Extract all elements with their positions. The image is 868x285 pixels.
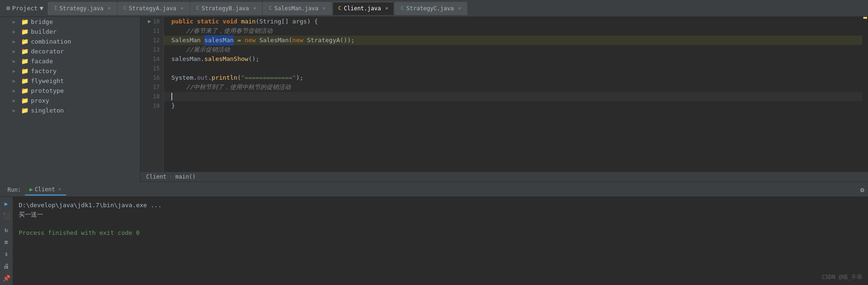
bottom-tab-client[interactable]: ▶ Client × (25, 184, 66, 195)
tab-strategyC-close[interactable]: × (458, 5, 461, 11)
console-output: D:\develop\java\jdk1.7\bin\java.exe ... … (13, 197, 868, 285)
line-num-18: 18 (142, 92, 160, 101)
kw-new2: new (292, 36, 303, 45)
code-line-12: SalesMan salesMan = new SalesMan(new Str… (164, 36, 862, 45)
gear-icon[interactable]: ⚙ (861, 186, 864, 194)
line-num-12: 12 (142, 36, 160, 45)
sidebar-item-label: factory (31, 68, 57, 75)
kw-void: void (223, 17, 237, 26)
method-main: main (241, 17, 256, 26)
kw-public: public (171, 17, 193, 26)
sidebar-item-proxy[interactable]: ▶ 📁 proxy (0, 96, 140, 105)
arrow-icon: ▶ (9, 59, 19, 64)
breadcrumb-main[interactable]: main() (176, 173, 196, 180)
code-line-14: salesMan.salesManShow(); (164, 54, 862, 64)
sidebar-item-label: prototype (31, 87, 64, 94)
bottom-content: ▶ ⬛ ↻ ≡ ⇕ 🖨 📌 D:\develop\java\jdk1.7\bin… (0, 197, 868, 285)
tab-strategyA[interactable]: C StrategyA.java × (118, 2, 190, 15)
folder-icon: 📁 (21, 18, 29, 25)
bottom-tab-label: Client (35, 186, 55, 193)
bottom-toolbar: ▶ ⬛ ↻ ≡ ⇕ 🖨 📌 (0, 197, 13, 285)
tab-salesman-label: SalesMan.java (274, 5, 318, 12)
tab-client[interactable]: C Client.java × (332, 2, 395, 15)
sidebar-item-factory[interactable]: ▶ 📁 factory (0, 66, 140, 76)
breadcrumb-client[interactable]: Client (146, 173, 166, 180)
sidebar-item-bridge[interactable]: ▶ 📁 bridge (0, 17, 140, 27)
tab-strategyB[interactable]: C StrategyB.java × (190, 2, 262, 15)
cls-strategyA: StrategyA (307, 36, 340, 45)
app-container: ⊞ Project ▼ I Strategy.java × C Strategy… (0, 0, 868, 285)
play-tool-btn[interactable]: ▶ (1, 199, 12, 209)
project-grid-icon: ⊞ (7, 5, 10, 12)
sidebar-item-label: singleton (31, 107, 64, 114)
tab-strategyC[interactable]: C StrategyC.java × (395, 2, 467, 15)
breadcrumb: Client › main() (140, 172, 868, 182)
tab-client-close[interactable]: × (385, 5, 389, 11)
sidebar-item-decorator[interactable]: ▶ 📁 decorator (0, 46, 140, 56)
cursor-18 (171, 93, 176, 100)
tab-strategyB-close[interactable]: × (253, 5, 257, 11)
filter-tool-btn[interactable]: ⇕ (1, 249, 12, 259)
project-button[interactable]: ⊞ Project ▼ (2, 2, 48, 15)
closing-brace: } (171, 101, 175, 111)
code-line-13: //展示促销活动 (164, 45, 862, 54)
folder-icon: 📁 (21, 48, 29, 55)
console-line-2: 买一送一 (19, 210, 862, 219)
arrow-icon: ▶ (9, 108, 19, 113)
str-equals: "=============" (241, 73, 296, 82)
line-num-15: 15 (142, 64, 160, 73)
tab-strategyA-close[interactable]: × (180, 5, 184, 11)
tab-strategyB-label: StrategyB.java (202, 5, 249, 12)
tab-salesman[interactable]: C SalesMan.java × (263, 2, 331, 15)
tab-salesman-close[interactable]: × (323, 5, 326, 11)
tab-strategyA-label: StrategyA.java (129, 5, 176, 12)
sidebar-item-label: combination (31, 38, 71, 45)
line-num-14: 14 (142, 54, 160, 64)
code-area: ▶ 10 11 12 13 14 15 16 17 18 19 (140, 17, 868, 182)
arrow-icon: ▶ (9, 68, 19, 74)
project-arrow-icon: ▼ (40, 5, 44, 12)
editor-wrapper: ▶ 10 11 12 13 14 15 16 17 18 19 (140, 17, 868, 172)
bottom-tab-close[interactable]: × (59, 187, 61, 192)
bottom-panel: Run: ▶ Client × ⚙ ▶ ⬛ ↻ ≡ ⇕ 🖨 📌 D:\devel… (0, 182, 868, 285)
run-button[interactable]: ▶ (148, 17, 151, 26)
gutter-mark-top (863, 17, 867, 19)
system-out: System. (171, 73, 197, 82)
line-num-17: 17 (142, 82, 160, 92)
arrow-icon: ▶ (9, 49, 19, 54)
arrow-icon: ▶ (9, 98, 19, 103)
sidebar-item-prototype[interactable]: ▶ 📁 prototype (0, 86, 140, 96)
sidebar-item-singleton[interactable]: ▶ 📁 singleton (0, 105, 140, 115)
scroll-tool-btn[interactable]: ≡ (1, 237, 12, 247)
kw-new: new (245, 36, 256, 45)
run-icon: ▶ (29, 186, 33, 193)
code-line-17: //中秋节到了，使用中秋节的促销活动 (164, 82, 862, 92)
method-println: println (212, 73, 237, 82)
sidebar-item-label: proxy (31, 97, 49, 104)
arrow-icon: ▶ (9, 19, 19, 24)
rerun-tool-btn[interactable]: ↻ (1, 225, 12, 235)
tab-strategy-close[interactable]: × (108, 5, 111, 11)
sidebar-item-combination[interactable]: ▶ 📁 combination (0, 37, 140, 46)
tab-strategy[interactable]: I Strategy.java × (48, 2, 117, 15)
strategy-file-icon: I (54, 5, 57, 11)
pin-tool-btn[interactable]: 📌 (1, 273, 12, 283)
sidebar-item-builder[interactable]: ▶ 📁 builder (0, 27, 140, 37)
out-field: out (197, 73, 208, 82)
code-editor[interactable]: public static void main(String[] args) {… (164, 17, 862, 172)
right-gutter (862, 17, 868, 172)
sidebar-item-label: builder (31, 28, 57, 35)
sidebar-item-label: flyweight (31, 77, 64, 84)
stop-tool-btn[interactable]: ⬛ (1, 211, 12, 221)
code-line-10: public static void main(String[] args) { (164, 17, 862, 26)
strategyA-file-icon: C (124, 5, 127, 11)
print-tool-btn[interactable]: 🖨 (1, 261, 12, 271)
breadcrumb-sep: › (169, 173, 172, 180)
folder-icon: 📁 (21, 58, 29, 65)
comment-17: //中秋节到了，使用中秋节的促销活动 (171, 82, 291, 92)
code-line-19: } (164, 101, 862, 111)
sidebar-item-facade[interactable]: ▶ 📁 facade (0, 56, 140, 66)
sidebar-item-flyweight[interactable]: ▶ 📁 flyweight (0, 76, 140, 86)
tab-strategy-label: Strategy.java (59, 5, 103, 12)
salesman-file-icon: C (269, 5, 272, 11)
